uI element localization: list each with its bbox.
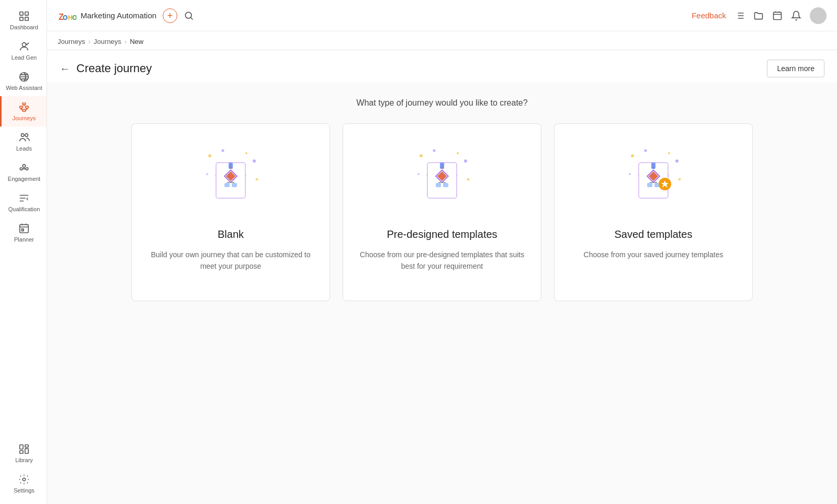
svg-point-29: [222, 150, 224, 152]
svg-rect-44: [224, 183, 230, 187]
svg-rect-45: [232, 183, 237, 187]
svg-point-13: [20, 168, 22, 170]
svg-point-14: [26, 168, 28, 170]
page-title: Create journey: [76, 62, 152, 75]
svg-rect-8: [26, 106, 29, 108]
blank-card-desc: Build your own journey that can be custo…: [146, 249, 315, 272]
sidebar-item-settings[interactable]: Settings: [9, 468, 37, 499]
logo-area: Z O H O Marketing Automation: [58, 6, 156, 25]
calendar-button[interactable]: [772, 10, 783, 21]
leads-icon: [18, 132, 30, 143]
breadcrumb-journeys-2[interactable]: Journeys: [94, 38, 121, 45]
sidebar-item-lead-gen[interactable]: Lead Gen: [0, 36, 47, 66]
sidebar-item-qualification[interactable]: Qualification: [0, 187, 47, 217]
list-view-button[interactable]: [734, 10, 745, 21]
library-icon: [18, 443, 30, 455]
svg-rect-16: [20, 445, 23, 449]
engagement-icon: [18, 162, 30, 174]
settings-icon: [18, 474, 30, 485]
predesigned-card[interactable]: Pre-designed templates Choose from our p…: [343, 123, 541, 301]
svg-rect-17: [25, 445, 28, 448]
breadcrumb-sep-2: ›: [125, 38, 127, 45]
bell-icon: [791, 10, 801, 21]
svg-point-33: [256, 178, 258, 181]
web-assistant-icon: [18, 71, 30, 83]
breadcrumb-journeys-1[interactable]: Journeys: [58, 38, 85, 45]
svg-rect-15: [20, 225, 29, 233]
svg-rect-27: [774, 12, 782, 19]
sidebar-item-leads[interactable]: Leads: [0, 127, 47, 157]
blank-card[interactable]: Blank Build your own journey that can be…: [131, 123, 330, 301]
sidebar-item-planner[interactable]: Planner: [0, 217, 47, 248]
avatar[interactable]: [810, 7, 827, 24]
sidebar-item-label: Engagement: [8, 176, 40, 182]
folder-icon: [753, 10, 764, 21]
saved-card[interactable]: Saved templates Choose from your saved j…: [554, 123, 753, 301]
sidebar: Dashboard Lead Gen Web Assistant Journey…: [0, 0, 47, 504]
page-header: ← Create journey Learn more: [47, 50, 837, 83]
sidebar-item-label: Settings: [14, 487, 35, 494]
breadcrumb-current: New: [130, 38, 143, 45]
predesigned-card-title: Pre-designed templates: [387, 228, 497, 240]
svg-rect-18: [20, 451, 23, 454]
list-icon: [734, 10, 745, 21]
svg-point-72: [675, 159, 678, 163]
svg-point-70: [644, 150, 647, 152]
search-icon: [184, 10, 194, 21]
svg-point-10: [21, 134, 25, 136]
svg-rect-7: [20, 106, 23, 108]
cards-grid: Blank Build your own journey that can be…: [128, 123, 756, 301]
svg-point-26: [185, 12, 191, 18]
zoho-logo: Z O H O: [58, 6, 76, 25]
svg-point-49: [420, 154, 423, 157]
svg-rect-9: [22, 110, 26, 112]
add-button[interactable]: +: [163, 8, 177, 23]
feedback-button[interactable]: Feedback: [692, 11, 726, 20]
sidebar-item-journeys[interactable]: Journeys: [0, 96, 47, 127]
lead-gen-icon: [18, 41, 30, 52]
svg-rect-64: [436, 183, 441, 187]
cards-section: What type of journey would you like to c…: [47, 83, 837, 317]
sidebar-item-dashboard[interactable]: Dashboard: [0, 5, 47, 36]
sidebar-item-label: Library: [15, 457, 33, 463]
journeys-icon: [18, 101, 30, 113]
svg-point-52: [464, 159, 467, 163]
page-header-left: ← Create journey: [60, 62, 152, 75]
svg-point-51: [457, 152, 459, 154]
topbar: Z O H O Marketing Automation + Feedback: [47, 0, 837, 31]
sidebar-item-library[interactable]: Library: [9, 438, 37, 468]
saved-card-title: Saved templates: [615, 228, 693, 240]
calendar-icon: [772, 10, 783, 21]
svg-point-4: [22, 43, 26, 47]
svg-rect-84: [647, 183, 652, 187]
svg-point-50: [433, 150, 436, 152]
sidebar-item-label: Dashboard: [10, 24, 38, 30]
svg-rect-1: [25, 12, 28, 15]
sidebar-item-label: Planner: [14, 236, 34, 243]
svg-rect-0: [20, 12, 23, 15]
svg-point-30: [245, 152, 247, 154]
sidebar-item-label: Qualification: [8, 206, 40, 212]
sidebar-item-label: Journeys: [13, 115, 36, 121]
breadcrumb-sep-1: ›: [88, 38, 91, 45]
svg-rect-2: [20, 17, 23, 20]
notifications-button[interactable]: [791, 10, 801, 21]
sidebar-item-web-assistant[interactable]: Web Assistant: [0, 66, 47, 96]
learn-more-button[interactable]: Learn more: [767, 60, 824, 77]
search-button[interactable]: [184, 10, 194, 21]
saved-card-desc: Choose from your saved journey templates: [584, 249, 723, 260]
svg-point-54: [467, 178, 470, 181]
sidebar-bottom: Library Settings: [9, 438, 37, 499]
back-button[interactable]: ←: [60, 63, 70, 75]
sidebar-item-label: Leads: [16, 145, 32, 152]
svg-rect-19: [25, 449, 28, 453]
folder-button[interactable]: [753, 10, 764, 21]
sidebar-item-label: Lead Gen: [12, 54, 37, 61]
blank-card-title: Blank: [218, 228, 244, 240]
sidebar-item-engagement[interactable]: Engagement: [0, 157, 47, 187]
svg-point-53: [417, 173, 420, 175]
svg-point-20: [22, 478, 26, 481]
svg-point-71: [668, 152, 670, 154]
saved-illustration: [617, 143, 690, 216]
cards-question: What type of journey would you like to c…: [60, 98, 824, 108]
